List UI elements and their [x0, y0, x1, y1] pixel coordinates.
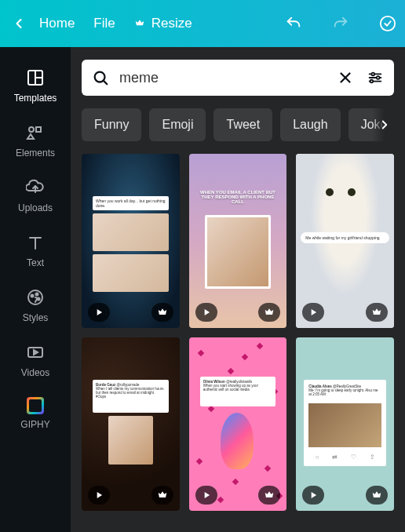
meme-image-placeholder — [221, 413, 254, 469]
resize-menu[interactable]: Resize — [134, 16, 192, 31]
animated-badge — [302, 303, 324, 322]
svg-marker-30 — [204, 492, 209, 498]
cloud-check-icon — [379, 15, 396, 32]
meme-caption: WHEN YOU EMAIL A CLIENT BUT THEY RESPOND… — [195, 190, 281, 204]
meme-tweet-box: Borde Geuz @rollypomade When I tell clie… — [93, 380, 169, 413]
animated-badge — [302, 486, 324, 505]
search-icon — [89, 67, 111, 89]
play-icon — [201, 490, 212, 501]
sidebar-label: GIPHY — [20, 419, 49, 430]
filter-chips-row: Funny Emoji Tweet Laugh Joke — [82, 108, 394, 141]
chevron-right-icon — [378, 118, 392, 132]
svg-rect-5 — [36, 127, 41, 132]
template-card[interactable]: Borde Geuz @rollypomade When I tell clie… — [82, 337, 180, 512]
crown-icon — [371, 307, 382, 318]
svg-marker-31 — [312, 492, 316, 498]
sidebar-tab-templates[interactable]: Templates — [0, 58, 71, 113]
meme-tweet-box: Olivia Wilson @reallyoliviawils When you… — [200, 377, 276, 406]
template-card[interactable]: WHEN YOU EMAIL A CLIENT BUT THEY RESPOND… — [189, 154, 287, 328]
crown-icon — [264, 490, 275, 501]
pro-badge — [151, 303, 173, 322]
template-card[interactable]: Claudia Alves @ReallyGreatSite Me: I'm g… — [296, 337, 394, 512]
sidebar-tab-elements[interactable]: Elements — [0, 113, 71, 168]
pro-badge — [258, 486, 280, 505]
meme-image-placeholder — [308, 403, 381, 447]
play-icon — [201, 307, 212, 318]
pro-badge — [366, 303, 388, 322]
play-icon — [93, 490, 104, 501]
chip-laugh[interactable]: Laugh — [280, 108, 341, 141]
search-input[interactable] — [119, 70, 327, 86]
cloud-status-button[interactable] — [374, 9, 402, 38]
sidebar-label: Uploads — [18, 202, 53, 213]
sliders-icon — [367, 69, 384, 86]
sidebar-tab-uploads[interactable]: Uploads — [0, 168, 71, 223]
clear-search-button[interactable] — [334, 67, 356, 89]
crown-icon — [371, 490, 382, 501]
chip-funny[interactable]: Funny — [82, 108, 141, 141]
videos-icon — [26, 343, 45, 362]
template-card[interactable]: Me while waiting for my girlfriend shopp… — [296, 154, 394, 328]
sidebar-label: Text — [27, 257, 44, 268]
sidebar: Templates Elements Uploads Text Styles V… — [0, 47, 71, 532]
play-icon — [93, 307, 104, 318]
chip-tweet[interactable]: Tweet — [213, 108, 272, 141]
sidebar-label: Styles — [23, 312, 49, 323]
svg-line-17 — [104, 81, 108, 85]
animated-badge — [88, 486, 110, 505]
svg-marker-27 — [204, 309, 209, 315]
file-menu[interactable]: File — [93, 16, 115, 31]
crown-icon — [134, 18, 145, 29]
svg-marker-29 — [97, 492, 102, 498]
pro-badge — [258, 303, 280, 322]
svg-marker-26 — [97, 309, 102, 315]
sidebar-tab-videos[interactable]: Videos — [0, 333, 71, 388]
crown-icon — [264, 307, 275, 318]
svg-point-25 — [370, 80, 374, 83]
redo-button[interactable] — [327, 9, 355, 38]
sidebar-tab-styles[interactable]: Styles — [0, 278, 71, 333]
meme-image-placeholder — [108, 416, 153, 465]
close-icon — [337, 69, 354, 86]
sidebar-tab-text[interactable]: Text — [0, 223, 71, 278]
template-card[interactable]: When you work all day... but get nothing… — [82, 154, 180, 328]
meme-image-placeholder — [93, 213, 169, 251]
svg-point-21 — [371, 73, 374, 76]
undo-button[interactable] — [279, 9, 308, 38]
meme-image-placeholder — [205, 215, 272, 289]
svg-point-23 — [377, 76, 380, 79]
svg-point-11 — [31, 295, 34, 297]
pro-badge — [151, 486, 173, 505]
svg-marker-15 — [34, 350, 38, 355]
crown-icon — [157, 490, 168, 501]
sidebar-label: Templates — [14, 93, 57, 104]
meme-tweet-box: Claudia Alves @ReallyGreatSite Me: I'm g… — [304, 380, 386, 466]
tweet-text: When you start showing up as your authen… — [203, 384, 258, 392]
tweet-actions: ○⇄♡⇪ — [308, 452, 381, 463]
sidebar-tab-giphy[interactable]: GIPHY — [0, 388, 71, 439]
svg-point-12 — [36, 293, 38, 296]
chip-emoji[interactable]: Emoji — [149, 108, 206, 141]
text-icon — [26, 233, 45, 252]
chips-scroll-right[interactable] — [372, 108, 394, 141]
meme-caption: When you work all day... but get nothing… — [93, 196, 169, 210]
animated-badge — [88, 303, 110, 322]
sidebar-label: Elements — [16, 148, 55, 159]
back-home-button[interactable]: Home — [11, 16, 75, 31]
uploads-icon — [26, 178, 45, 197]
svg-point-0 — [381, 16, 395, 31]
meme-image-placeholder — [93, 254, 169, 292]
animated-badge — [195, 486, 217, 505]
templates-icon — [26, 68, 45, 87]
search-bar — [82, 60, 394, 96]
tweet-text: When I tell clients my communication hou… — [96, 387, 164, 399]
play-icon — [308, 307, 319, 318]
template-card[interactable]: Olivia Wilson @reallyoliviawils When you… — [189, 337, 287, 512]
play-icon — [308, 490, 319, 501]
search-filters-button[interactable] — [364, 67, 386, 89]
undo-icon — [285, 15, 302, 32]
redo-icon — [332, 15, 349, 32]
styles-icon — [26, 288, 45, 307]
crown-icon — [157, 307, 168, 318]
templates-grid: When you work all day... but get nothing… — [82, 154, 394, 520]
